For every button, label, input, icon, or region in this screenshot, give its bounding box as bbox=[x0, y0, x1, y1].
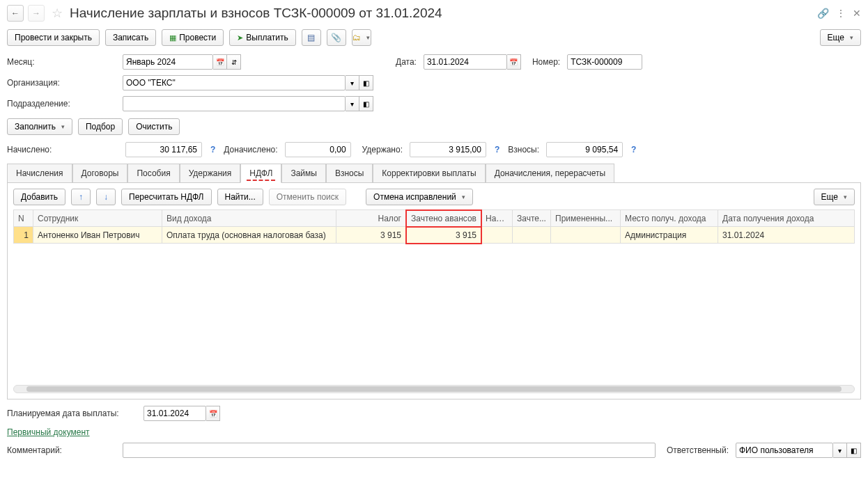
post-button[interactable]: ▦Провести bbox=[162, 29, 224, 46]
post-icon: ▦ bbox=[169, 33, 176, 42]
tab-deductions[interactable]: Удержания bbox=[180, 164, 241, 183]
grid-more-button[interactable]: Еще bbox=[814, 189, 855, 205]
cell-advance-offset[interactable]: 3 915 bbox=[406, 227, 481, 244]
department-input[interactable] bbox=[123, 96, 346, 111]
move-down-button[interactable]: ↓ bbox=[96, 189, 116, 205]
cancel-find-button[interactable]: Отменить поиск bbox=[269, 189, 346, 205]
month-label: Месяц: bbox=[7, 57, 118, 67]
date-label: Дата: bbox=[396, 57, 417, 67]
col-applied[interactable]: Примененны... bbox=[551, 210, 621, 227]
col-n[interactable]: N bbox=[14, 210, 33, 227]
cell-applied[interactable] bbox=[551, 227, 621, 244]
organization-input[interactable] bbox=[123, 75, 346, 90]
department-label: Подразделение: bbox=[7, 99, 118, 109]
arrow-down-icon: ↓ bbox=[104, 192, 108, 202]
footer: Планируемая дата выплаты: 📅 Первичный до… bbox=[0, 399, 868, 461]
withheld-help-icon[interactable]: ? bbox=[495, 145, 499, 155]
cell-income-date[interactable]: 31.01.2024 bbox=[718, 227, 855, 244]
tab-accruals[interactable]: Начисления bbox=[7, 164, 72, 183]
summary-row: Начислено: ? Доначислено: Удержано: ? Вз… bbox=[0, 139, 868, 163]
extra-actions-button[interactable]: 🗂 bbox=[352, 29, 371, 46]
planned-pay-date-input[interactable] bbox=[144, 406, 206, 421]
col-income-date[interactable]: Дата получения дохода bbox=[718, 210, 855, 227]
accrued-help-icon[interactable]: ? bbox=[210, 145, 215, 155]
fill-button[interactable]: Заполнить bbox=[7, 118, 72, 135]
tab-recalculations[interactable]: Доначисления, перерасчеты bbox=[486, 164, 614, 183]
attach-button[interactable]: 📎 bbox=[327, 29, 346, 46]
nav-forward-button[interactable]: → bbox=[28, 5, 45, 22]
withheld-value bbox=[410, 142, 486, 157]
additional-accrued-label: Доначислено: bbox=[224, 145, 277, 155]
date-calendar-icon[interactable]: 📅 bbox=[507, 54, 521, 70]
add-row-button[interactable]: Добавить bbox=[13, 189, 65, 205]
responsible-label: Ответственный: bbox=[667, 445, 729, 455]
table-row[interactable]: 1 Антоненко Иван Петрович Оплата труда (… bbox=[14, 227, 855, 244]
col-tax[interactable]: Налог bbox=[336, 210, 406, 227]
accrued-label: Начислено: bbox=[7, 145, 118, 155]
responsible-dropdown-icon[interactable]: ▾ bbox=[833, 443, 847, 458]
document-icon: ▤ bbox=[307, 33, 315, 42]
date-input[interactable] bbox=[424, 54, 507, 70]
month-stepper-icon[interactable]: ⇵ bbox=[227, 54, 241, 70]
row-month-date-number: Месяц: 📅 ⇵ Дата: 📅 Номер: bbox=[0, 52, 868, 72]
save-button[interactable]: Записать bbox=[105, 29, 156, 46]
col-advance-offset[interactable]: Зачтено авансов bbox=[406, 210, 481, 227]
responsible-input[interactable] bbox=[736, 443, 833, 458]
tab-corrections[interactable]: Корректировки выплаты bbox=[373, 164, 485, 183]
horizontal-scrollbar[interactable] bbox=[13, 385, 855, 393]
ndfl-table[interactable]: N Сотрудник Вид дохода Налог Зачтено ава… bbox=[13, 209, 855, 244]
primary-document-link[interactable]: Первичный документ bbox=[7, 427, 90, 437]
nav-back-button[interactable]: ← bbox=[7, 5, 24, 22]
link-icon[interactable]: 🔗 bbox=[817, 8, 829, 19]
folder-icon: 🗂 bbox=[352, 33, 361, 42]
tab-loans[interactable]: Займы bbox=[281, 164, 326, 183]
cell-n[interactable]: 1 bbox=[14, 227, 33, 244]
clear-button[interactable]: Очистить bbox=[128, 118, 180, 135]
cell-place[interactable]: Администрация bbox=[621, 227, 718, 244]
tab-ndfl[interactable]: НДФЛ bbox=[240, 164, 281, 183]
org-dropdown-icon[interactable]: ▾ bbox=[346, 75, 359, 90]
org-open-icon[interactable]: ◧ bbox=[359, 75, 373, 90]
recalc-ndfl-button[interactable]: Пересчитать НДФЛ bbox=[121, 189, 211, 205]
col-offset-short[interactable]: Зачте... bbox=[513, 210, 551, 227]
planned-pay-calendar-icon[interactable]: 📅 bbox=[206, 406, 220, 421]
number-input[interactable] bbox=[567, 54, 642, 70]
pick-button[interactable]: Подбор bbox=[78, 118, 123, 135]
tab-benefits[interactable]: Пособия bbox=[127, 164, 179, 183]
month-calendar-icon[interactable]: 📅 bbox=[213, 54, 227, 70]
paperclip-icon: 📎 bbox=[331, 33, 341, 42]
kebab-menu-icon[interactable]: ⋮ bbox=[836, 8, 846, 19]
col-income-kind[interactable]: Вид дохода bbox=[162, 210, 336, 227]
table-header-row: N Сотрудник Вид дохода Налог Зачтено ава… bbox=[14, 210, 855, 227]
post-and-close-button[interactable]: Провести и закрыть bbox=[7, 29, 100, 46]
close-icon[interactable]: ✕ bbox=[853, 8, 861, 19]
additional-accrued-value bbox=[285, 142, 351, 157]
arrow-up-icon: ↑ bbox=[79, 192, 83, 202]
move-up-button[interactable]: ↑ bbox=[71, 189, 91, 205]
cell-income-kind[interactable]: Оплата труда (основная налоговая база) bbox=[162, 227, 336, 244]
cell-employee[interactable]: Антоненко Иван Петрович bbox=[33, 227, 162, 244]
favorite-star-icon[interactable]: ☆ bbox=[52, 6, 63, 21]
tab-contracts[interactable]: Договоры bbox=[72, 164, 128, 183]
cell-tax[interactable]: 3 915 bbox=[336, 227, 406, 244]
pay-button[interactable]: ➤Выплатить bbox=[229, 29, 296, 46]
responsible-open-icon[interactable]: ◧ bbox=[847, 443, 861, 458]
dept-open-icon[interactable]: ◧ bbox=[359, 96, 373, 111]
find-button[interactable]: Найти... bbox=[217, 189, 263, 205]
report-button[interactable]: ▤ bbox=[302, 29, 321, 46]
cell-offset-short[interactable] bbox=[513, 227, 551, 244]
cell-tax-short[interactable] bbox=[481, 227, 513, 244]
more-menu-button[interactable]: Еще bbox=[820, 29, 861, 46]
tab-contributions[interactable]: Взносы bbox=[326, 164, 373, 183]
cancel-fixes-button[interactable]: Отмена исправлений bbox=[366, 189, 473, 205]
dept-dropdown-icon[interactable]: ▾ bbox=[346, 96, 359, 111]
pay-icon: ➤ bbox=[237, 33, 243, 42]
month-input[interactable] bbox=[123, 54, 213, 70]
accrued-value bbox=[125, 142, 202, 157]
col-employee[interactable]: Сотрудник bbox=[33, 210, 162, 227]
col-place[interactable]: Место получ. дохода bbox=[621, 210, 718, 227]
comment-input[interactable] bbox=[123, 443, 656, 458]
fill-actions: Заполнить Подбор Очистить bbox=[0, 114, 868, 139]
col-tax-short[interactable]: Нал... bbox=[481, 210, 513, 227]
contributions-help-icon[interactable]: ? bbox=[631, 145, 636, 155]
